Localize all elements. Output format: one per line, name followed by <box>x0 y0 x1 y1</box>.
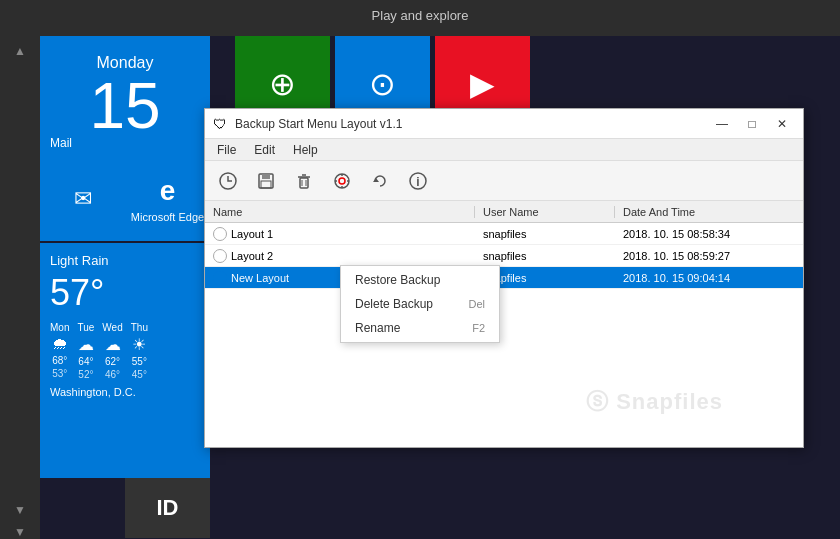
tile-mail[interactable]: ✉ <box>40 156 125 241</box>
svg-rect-4 <box>300 178 308 188</box>
toolbar-btn-backup[interactable] <box>211 165 245 197</box>
svg-rect-3 <box>261 181 271 188</box>
toolbar-btn-delete[interactable] <box>287 165 321 197</box>
ctx-restore-label: Restore Backup <box>355 273 440 287</box>
toolbar-btn-save[interactable] <box>249 165 283 197</box>
window-titlebar: 🛡 Backup Start Menu Layout v1.1 — □ ✕ <box>205 109 803 139</box>
svg-text:i: i <box>416 175 419 189</box>
tile-id[interactable]: ID <box>125 478 210 538</box>
window-title: Backup Start Menu Layout v1.1 <box>235 117 703 131</box>
row-user-2: snapfiles <box>475 250 615 262</box>
row-date-3: 2018. 10. 15 09:04:14 <box>615 272 795 284</box>
ctx-delete[interactable]: Delete Backup Del <box>341 292 499 316</box>
weather-city: Washington, D.C. <box>50 386 200 398</box>
row-date-1: 2018. 10. 15 08:58:34 <box>615 228 795 240</box>
tile-weather[interactable]: Light Rain 57° Mon 🌧 68° 53° Tue ☁ 64° 5… <box>40 243 210 478</box>
ctx-delete-shortcut: Del <box>468 298 485 310</box>
left-sidebar: ▲ ▼ ▼ <box>0 36 40 539</box>
table-area: Name User Name Date And Time Layout 1 sn… <box>205 201 803 447</box>
weather-temp: 57° <box>50 272 200 314</box>
tile-edge-label: Microsoft Edge <box>131 211 204 223</box>
table-row-selected[interactable]: New Layout snapfiles 2018. 10. 15 09:04:… <box>205 267 803 289</box>
menu-bar: File Edit Help <box>205 139 803 161</box>
app-window: 🛡 Backup Start Menu Layout v1.1 — □ ✕ Fi… <box>204 108 804 448</box>
weather-day-tue: Tue ☁ 64° 52° <box>77 322 94 380</box>
row-date-2: 2018. 10. 15 08:59:27 <box>615 250 795 262</box>
menu-file[interactable]: File <box>209 141 244 159</box>
table-header: Name User Name Date And Time <box>205 201 803 223</box>
tile-date[interactable]: Monday 15 Mail <box>40 36 210 156</box>
window-controls: — □ ✕ <box>709 114 795 134</box>
table-row[interactable]: Layout 1 snapfiles 2018. 10. 15 08:58:34 <box>205 223 803 245</box>
nav-arrow-down2[interactable]: ▼ <box>14 525 26 539</box>
toolbar: i <box>205 161 803 201</box>
toolbar-btn-restore[interactable] <box>325 165 359 197</box>
row-icon-2 <box>213 249 227 263</box>
ctx-rename[interactable]: Rename F2 <box>341 316 499 340</box>
table-row[interactable]: Layout 2 snapfiles 2018. 10. 15 08:59:27 <box>205 245 803 267</box>
col-header-user: User Name <box>475 206 615 218</box>
app-icon: 🛡 <box>213 116 229 132</box>
weather-days: Mon 🌧 68° 53° Tue ☁ 64° 52° Wed ☁ 62° 46… <box>50 322 200 380</box>
tile-edge[interactable]: e Microsoft Edge <box>125 156 210 241</box>
menu-help[interactable]: Help <box>285 141 326 159</box>
weather-day-thu: Thu ☀ 55° 45° <box>131 322 148 380</box>
minimize-button[interactable]: — <box>709 114 735 134</box>
play-explore-label: Play and explore <box>0 8 840 23</box>
toolbar-btn-refresh[interactable] <box>363 165 397 197</box>
tile-date-num: 15 <box>89 74 160 138</box>
svg-point-10 <box>339 178 345 184</box>
svg-rect-2 <box>262 174 270 179</box>
maximize-button[interactable]: □ <box>739 114 765 134</box>
nav-arrow-down1[interactable]: ▼ <box>14 503 26 517</box>
weather-day-mon: Mon 🌧 68° 53° <box>50 322 69 380</box>
row-user-1: snapfiles <box>475 228 615 240</box>
col-header-date: Date And Time <box>615 206 795 218</box>
svg-marker-15 <box>373 178 379 182</box>
top-bar: Play and explore <box>0 0 840 36</box>
row-icon-1 <box>213 227 227 241</box>
weather-day-wed: Wed ☁ 62° 46° <box>102 322 122 380</box>
toolbar-btn-info[interactable]: i <box>401 165 435 197</box>
ctx-restore[interactable]: Restore Backup <box>341 268 499 292</box>
svg-point-9 <box>335 174 349 188</box>
row-icon-3 <box>213 271 227 285</box>
weather-condition: Light Rain <box>50 253 200 268</box>
ctx-rename-shortcut: F2 <box>472 322 485 334</box>
menu-edit[interactable]: Edit <box>246 141 283 159</box>
ctx-delete-label: Delete Backup <box>355 297 433 311</box>
close-button[interactable]: ✕ <box>769 114 795 134</box>
tile-mail-label: Mail <box>50 136 72 150</box>
row-name-1: Layout 1 <box>205 227 475 241</box>
context-menu: Restore Backup Delete Backup Del Rename … <box>340 265 500 343</box>
ctx-rename-label: Rename <box>355 321 400 335</box>
row-name-2: Layout 2 <box>205 249 475 263</box>
col-header-name: Name <box>205 206 475 218</box>
watermark: ⓢ Snapfiles <box>586 387 723 417</box>
nav-arrow-up[interactable]: ▲ <box>14 44 26 58</box>
